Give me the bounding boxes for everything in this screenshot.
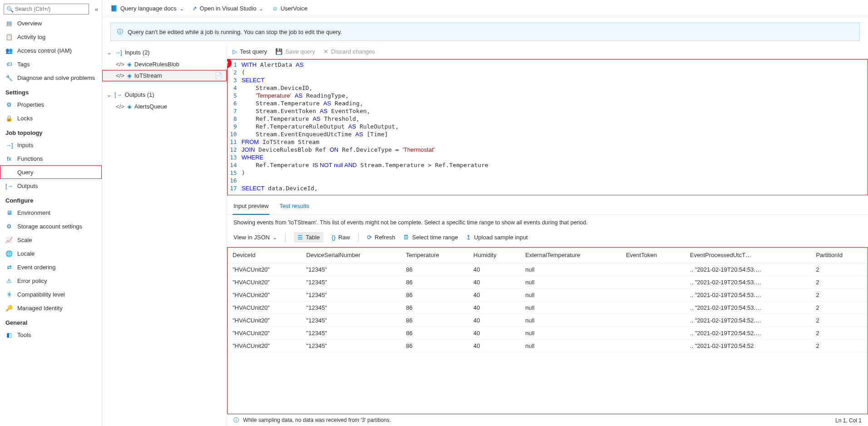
table-cell: "HVACUnit20" [227,314,301,327]
view-raw-button[interactable]: {} Raw [332,234,350,241]
nav-label: Outputs [17,183,38,189]
tab-input-preview[interactable]: Input preview [233,198,269,215]
smile-icon: ☺ [272,5,278,12]
col-eventtoken[interactable]: EventToken [620,247,684,263]
nav-item-event-ordering[interactable]: ⇄Event ordering [0,260,102,274]
nav-item-tags[interactable]: 🏷Tags [0,57,102,71]
nav-icon: →] [5,142,13,149]
nav-item-functions[interactable]: fxFunctions [0,152,102,165]
table-row[interactable]: "HVACUnit20""12345"8640null.. "2021-02-1… [227,289,868,302]
nav-item-properties[interactable]: ⚙Properties [0,98,102,111]
table-cell: 86 [401,289,468,302]
caret-down-icon: ⌄ [107,91,112,98]
nav-label: Tools [17,332,31,338]
table-cell [620,302,684,314]
table-cell: .. "2021-02-19T20:54:53.… [684,302,810,314]
col-humidity[interactable]: Humidity [468,247,520,263]
table-cell: "12345" [301,289,400,302]
nav-item-managed-identity[interactable]: 🔑Managed Identity [0,301,102,315]
col-temperature[interactable]: Temperature [401,247,468,263]
code-editor[interactable]: 2 1234567891011121314151617 WITH AlertDa… [227,59,868,195]
tab-test-results[interactable]: Test results [278,198,310,214]
nav-item-compatibility-level[interactable]: ✳Compatibility level [0,287,102,301]
time-range-button[interactable]: 🗓 Select time range [403,234,458,241]
code-content[interactable]: WITH AlertData AS ( SELECT Stream.Device… [242,59,868,195]
col-deviceid[interactable]: DeviceId [227,247,301,263]
open-vs-link[interactable]: ↗ Open in Visual Studio [192,5,264,12]
refresh-button[interactable]: ⟳ Refresh [367,234,396,241]
table-cell: "HVACUnit20" [227,263,301,276]
table-cell: "HVACUnit20" [227,276,301,289]
info-icon: ⓘ [233,417,239,423]
input-item-iotstream[interactable]: </>◈IoTStream📄 [102,70,227,81]
source-icon: ◈ [127,61,132,68]
nav-item-activity-log[interactable]: 📋Activity log [0,30,102,44]
nav-item-scale[interactable]: 📈Scale [0,233,102,247]
table-row[interactable]: "HVACUnit20""12345"8640null.. "2021-02-1… [227,302,868,314]
preview-description: Showing events from 'IoTStream'. This li… [227,215,868,230]
table-cell: 2 [811,276,868,289]
nav-label: Storage account settings [17,223,82,230]
nav-label: Compatibility level [17,291,65,298]
nav-item-tools[interactable]: ◧Tools [0,328,102,342]
table-header-row: DeviceIdDeviceSerialNumberTemperatureHum… [227,247,868,263]
table-cell: null [520,302,621,314]
nav-item-query[interactable]: Query [0,165,102,179]
table-row[interactable]: "HVACUnit20""12345"8640null.. "2021-02-1… [227,263,868,276]
outputs-header[interactable]: ⌄ [→ Outputs (1) [102,89,227,101]
nav-label: Inputs [17,142,33,149]
code-icon: </> [116,103,124,110]
table-row[interactable]: "HVACUnit20""12345"8640null.. "2021-02-1… [227,314,868,327]
col-partitionid[interactable]: PartitionId [811,247,868,263]
input-item-devicerulesblob[interactable]: </>◈DeviceRulesBlob [102,59,227,70]
nav-item-locale[interactable]: 🌐Locale [0,247,102,260]
table-row[interactable]: "HVACUnit20""12345"8640null.. "2021-02-1… [227,276,868,289]
upload-button[interactable]: ↥ Upload sample input [466,234,528,241]
table-cell: null [520,327,621,340]
view-json-button[interactable]: View in JSON [233,234,277,241]
table-cell [620,289,684,302]
nav-item-access-control-iam-[interactable]: 👥Access control (IAM) [0,44,102,57]
nav-label: Locale [17,250,35,257]
nav-item-locks[interactable]: 🔒Locks [0,111,102,125]
nav-item-diagnose-and-solve-problems[interactable]: 🔧Diagnose and solve problems [0,71,102,84]
nav-icon: 🔧 [5,74,13,81]
vs-label: Open in Visual Studio [200,5,257,12]
table-cell [620,263,684,276]
nav-item-outputs[interactable]: [→Outputs [0,179,102,193]
table-cell: "12345" [301,276,400,289]
calendar-icon: 🗓 [403,234,409,241]
col-eventprocessedutct-[interactable]: EventProcessedUtcT… [684,247,810,263]
col-deviceserialnumber[interactable]: DeviceSerialNumber [301,247,400,263]
results-table: DeviceIdDeviceSerialNumberTemperatureHum… [227,247,868,352]
nav-icon: ⚙ [5,223,13,230]
nav-icon: 🖥 [5,209,13,216]
search-input[interactable] [4,4,89,15]
inputs-header[interactable]: ⌄ →] Inputs (2) [102,46,227,59]
nav-item-overview[interactable]: ▤Overview [0,16,102,30]
table-row[interactable]: "HVACUnit20""12345"8640null.. "2021-02-1… [227,327,868,340]
table-cell: 2 [811,314,868,327]
test-query-button[interactable]: ▷ Test query [233,48,267,55]
nav-icon: 👥 [5,47,13,54]
uservoice-link[interactable]: ☺ UserVoice [272,5,308,12]
nav-item-storage-account-settings[interactable]: ⚙Storage account settings [0,219,102,233]
nav-item-environment[interactable]: 🖥Environment [0,206,102,219]
nav-item-inputs[interactable]: →]Inputs [0,138,102,152]
table-cell: 40 [468,263,520,276]
table-cell: 86 [401,276,468,289]
alert-bar: ⓘ Query can't be edited while a job is r… [110,23,860,41]
nav-icon: 🏷 [5,61,13,68]
nav-item-error-policy[interactable]: ⚠Error policy [0,274,102,287]
play-icon: ▷ [233,48,237,55]
doc-icon: 📄 [215,72,222,79]
caret-down-icon: ⌄ [107,49,112,56]
output-item-alertsqueue[interactable]: </>◈AlertsQueue [102,101,227,112]
col-externaltemperature[interactable]: ExternalTemperature [520,247,621,263]
nav-label: Diagnose and solve problems [17,74,95,81]
section-job-topology: Job topology [0,125,102,138]
table-row[interactable]: "HVACUnit20""12345"8640null.. "2021-02-1… [227,340,868,352]
view-table-button[interactable]: ☰ Table [294,232,323,243]
query-docs-link[interactable]: 📘 Query language docs [110,5,184,12]
collapse-icon[interactable]: « [95,6,98,13]
